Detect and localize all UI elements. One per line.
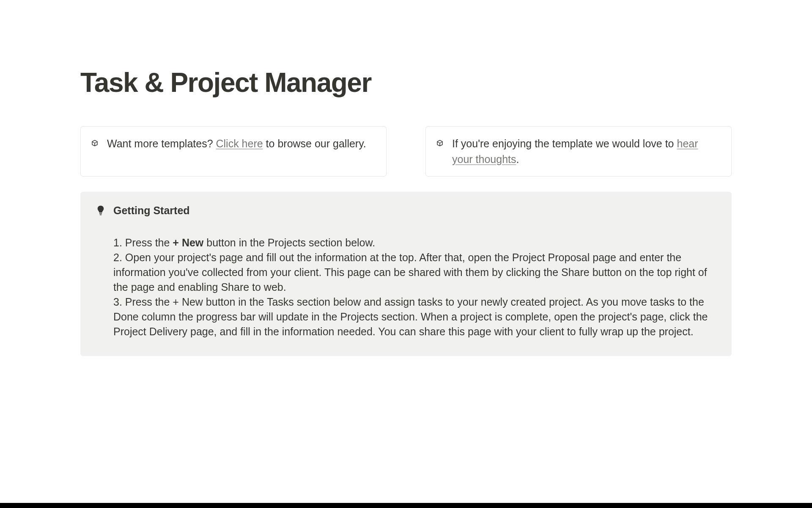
link-click-here[interactable]: Click here (216, 138, 263, 149)
callout-prefix: Want more templates? (107, 138, 216, 149)
step1-prefix: 1. Press the (113, 237, 173, 248)
gs-title: Getting Started (113, 204, 190, 217)
callout-suffix: . (516, 153, 519, 165)
page-title: Task & Project Manager (80, 68, 732, 97)
page-container: Task & Project Manager Want more templat… (0, 0, 812, 356)
lightbulb-icon (96, 205, 106, 215)
gs-steps-list: 1. Press the + New button in the Project… (96, 235, 716, 339)
box-icon (90, 138, 99, 148)
callout-text: Want more templates? Click here to brows… (107, 136, 366, 151)
gs-step-2: 2. Open your project's page and fill out… (113, 250, 716, 295)
callout-prefix: If you're enjoying the template we would… (452, 138, 677, 149)
gs-header: Getting Started (96, 204, 716, 217)
callout-row: Want more templates? Click here to brows… (80, 126, 732, 177)
box-icon (435, 138, 444, 148)
getting-started-block: Getting Started 1. Press the + New butto… (80, 192, 732, 356)
gs-step-1: 1. Press the + New button in the Project… (113, 235, 716, 250)
callout-feedback: If you're enjoying the template we would… (425, 126, 732, 177)
step1-suffix: button in the Projects section below. (203, 237, 375, 248)
bottom-bar (0, 503, 812, 508)
callout-templates: Want more templates? Click here to brows… (80, 126, 387, 177)
callout-text: If you're enjoying the template we would… (452, 136, 719, 167)
step1-bold: + New (173, 237, 203, 248)
gs-step-3: 3. Press the + New button in the Tasks s… (113, 295, 716, 339)
callout-suffix: to browse our gallery. (263, 138, 366, 149)
